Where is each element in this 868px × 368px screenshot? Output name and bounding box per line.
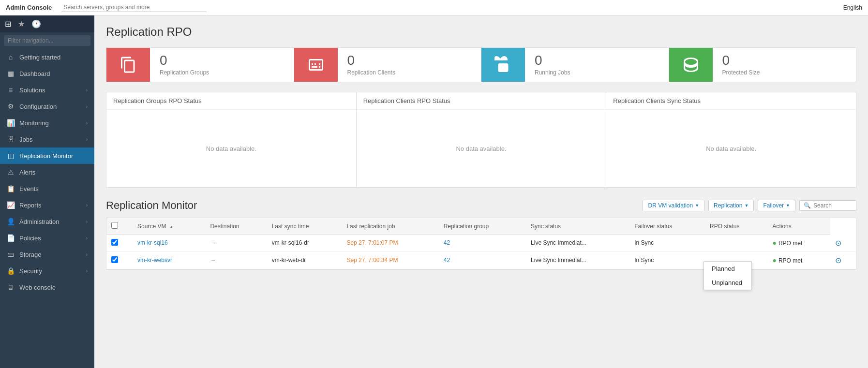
rpo-status-dot: ● bbox=[772, 239, 776, 247]
td-arrow: → bbox=[205, 235, 267, 252]
select-all-checkbox[interactable] bbox=[111, 222, 118, 229]
sidebar-icon-bar: ⊞ ★ 🕐 bbox=[0, 15, 94, 32]
web-console-icon: 🖥 bbox=[7, 283, 15, 291]
th-sync-status: Sync status bbox=[526, 218, 629, 235]
page-title: Replication RPO bbox=[106, 25, 856, 39]
sync-time-link[interactable]: Sep 27, 7:01:07 PM bbox=[346, 239, 398, 246]
sidebar-item-jobs[interactable]: 🗄 Jobs › bbox=[0, 131, 94, 147]
source-vm-link[interactable]: vm-kr-websvr bbox=[137, 257, 172, 264]
rpo-panel-sync-title: Replication Clients Sync Status bbox=[606, 92, 856, 110]
sidebar-label: Solutions bbox=[19, 87, 81, 94]
row-actions-button[interactable]: ⊙ bbox=[835, 239, 841, 247]
favorites-icon[interactable]: ★ bbox=[18, 19, 25, 29]
td-source-vm: vm-kr-sql16 bbox=[133, 235, 205, 252]
alerts-icon: ⚠ bbox=[7, 168, 15, 176]
sidebar-item-configuration[interactable]: ⚙ Configuration › bbox=[0, 98, 94, 115]
monitor-search-input[interactable] bbox=[813, 202, 852, 209]
getting-started-icon: ⌂ bbox=[7, 53, 15, 61]
dr-vm-validation-filter[interactable]: DR VM validation ▼ bbox=[643, 200, 704, 211]
td-actions: ⊙ bbox=[830, 251, 856, 269]
dropdown-caret-icon: ▼ bbox=[786, 203, 790, 208]
td-rpo-status: ●RPO met bbox=[767, 251, 830, 269]
sidebar-item-reports[interactable]: 📈 Reports › bbox=[0, 197, 94, 213]
sidebar-item-events[interactable]: 📋 Events bbox=[0, 180, 94, 197]
sidebar-item-storage[interactable]: 🗃 Storage › bbox=[0, 246, 94, 263]
table-header-row: Source VM ▲ Destination Last sync time L… bbox=[106, 218, 856, 235]
administration-icon: 👤 bbox=[7, 218, 15, 225]
chevron-right-icon: › bbox=[86, 236, 88, 241]
sidebar-item-web-console[interactable]: 🖥 Web console bbox=[0, 279, 94, 295]
row-checkbox[interactable] bbox=[111, 239, 118, 246]
chevron-right-icon: › bbox=[86, 203, 88, 208]
top-search-input[interactable] bbox=[61, 3, 207, 12]
dr-vm-validation-label: DR VM validation bbox=[648, 202, 693, 209]
dropdown-caret-icon: ▼ bbox=[695, 203, 699, 208]
protected-size-label: Protected Size bbox=[722, 69, 760, 76]
replication-label: Replication bbox=[714, 202, 742, 209]
th-destination: Destination bbox=[205, 218, 267, 235]
th-source-vm[interactable]: Source VM ▲ bbox=[133, 218, 205, 235]
layout: ⊞ ★ 🕐 ⌂ Getting started ▦ Dashboard ≡ So… bbox=[0, 15, 868, 368]
chevron-right-icon: › bbox=[86, 88, 88, 93]
dropdown-item-planned[interactable]: Planned bbox=[704, 262, 751, 276]
dropdown-item-unplanned[interactable]: Unplanned bbox=[704, 276, 751, 290]
th-last-sync-time: Last sync time bbox=[267, 218, 342, 235]
database-icon bbox=[682, 56, 700, 74]
sidebar-item-getting-started[interactable]: ⌂ Getting started bbox=[0, 49, 94, 65]
th-last-replication-job: Last replication job bbox=[342, 218, 438, 235]
td-sync-status: In Sync bbox=[629, 235, 705, 252]
stat-card-replication-clients: 0 Replication Clients bbox=[294, 48, 482, 82]
sidebar-label: Dashboard bbox=[19, 70, 88, 77]
storage-icon: 🗃 bbox=[7, 250, 15, 258]
sidebar-label: Events bbox=[19, 185, 88, 192]
td-last-sync-time: Sep 27, 7:01:07 PM bbox=[342, 235, 438, 252]
history-icon[interactable]: 🕐 bbox=[31, 19, 41, 29]
chevron-right-icon: › bbox=[86, 219, 88, 224]
rpo-panel-clients: Replication Clients RPO Status No data a… bbox=[356, 92, 607, 188]
monitor-header: Replication Monitor DR VM validation ▼ R… bbox=[106, 199, 856, 212]
table-header: Source VM ▲ Destination Last sync time L… bbox=[106, 218, 856, 235]
sidebar-item-policies[interactable]: 📄 Policies › bbox=[0, 230, 94, 246]
table-row: vm-kr-sql16 → vm-kr-sql16-dr Sep 27, 7:0… bbox=[106, 235, 856, 252]
stat-card-replication-groups: 0 Replication Groups bbox=[106, 48, 294, 82]
failover-filter[interactable]: Failover ▼ bbox=[758, 200, 795, 211]
rpo-status-dot: ● bbox=[772, 256, 776, 264]
sidebar-item-solutions[interactable]: ≡ Solutions › bbox=[0, 82, 94, 98]
failover-label: Failover bbox=[763, 202, 784, 209]
sidebar-item-dashboard[interactable]: ▦ Dashboard bbox=[0, 65, 94, 82]
sidebar-item-security[interactable]: 🔒 Security › bbox=[0, 263, 94, 279]
th-checkbox bbox=[106, 218, 133, 235]
top-search[interactable] bbox=[61, 3, 833, 12]
page-content: Replication RPO 0 Replication Groups bbox=[94, 15, 868, 280]
row-actions-button[interactable]: ⊙ bbox=[835, 256, 841, 265]
protected-size-count: 0 bbox=[722, 54, 760, 67]
replication-groups-label: Replication Groups bbox=[160, 69, 209, 76]
failover-dropdown[interactable]: Planned Unplanned bbox=[703, 261, 752, 290]
job-link[interactable]: 42 bbox=[444, 239, 450, 246]
nav-filter-input[interactable] bbox=[4, 35, 90, 46]
replication-clients-label: Replication Clients bbox=[347, 69, 395, 76]
grid-icon[interactable]: ⊞ bbox=[5, 19, 11, 29]
security-icon: 🔒 bbox=[7, 267, 15, 275]
sidebar-item-alerts[interactable]: ⚠ Alerts bbox=[0, 164, 94, 180]
arrow-right-icon: → bbox=[210, 257, 216, 264]
sidebar-item-monitoring[interactable]: 📊 Monitoring › bbox=[0, 115, 94, 131]
row-checkbox[interactable] bbox=[111, 256, 118, 263]
monitor-search-box[interactable]: 🔍 bbox=[799, 200, 856, 211]
language-selector[interactable]: English bbox=[843, 4, 862, 11]
sidebar-item-administration[interactable]: 👤 Administration › bbox=[0, 213, 94, 230]
rpo-panel-sync-body: No data available. bbox=[606, 110, 856, 187]
th-rpo-status: RPO status bbox=[705, 218, 767, 235]
replication-filter[interactable]: Replication ▼ bbox=[708, 200, 754, 211]
source-vm-link[interactable]: vm-kr-sql16 bbox=[137, 239, 168, 246]
stat-card-info: 0 Replication Clients bbox=[338, 49, 405, 81]
sync-time-link[interactable]: Sep 27, 7:00:34 PM bbox=[346, 257, 398, 264]
td-checkbox bbox=[106, 235, 133, 252]
sidebar-label: Replication Monitor bbox=[19, 152, 88, 160]
th-failover-status: Failover status bbox=[629, 218, 705, 235]
search-icon: 🔍 bbox=[804, 202, 811, 209]
job-link[interactable]: 42 bbox=[444, 257, 450, 264]
sidebar-item-replication-monitor[interactable]: ◫ Replication Monitor bbox=[0, 147, 94, 164]
td-arrow: → bbox=[205, 251, 267, 269]
nav-filter[interactable] bbox=[0, 32, 94, 49]
